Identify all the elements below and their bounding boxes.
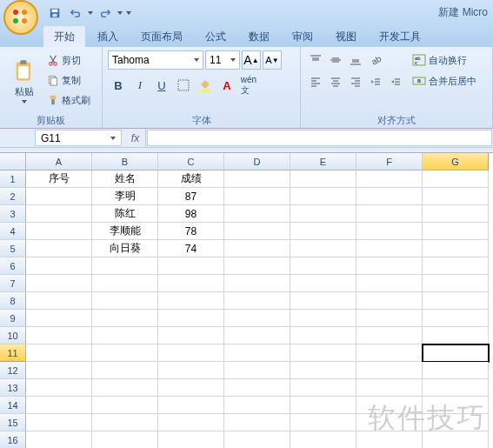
cell-C11[interactable]	[158, 344, 224, 362]
cell-D11[interactable]	[224, 344, 290, 362]
cell-E10[interactable]	[290, 327, 356, 344]
merge-center-button[interactable]: a合并后居中	[410, 71, 478, 90]
cell-D16[interactable]	[224, 431, 290, 448]
cell-C2[interactable]: 87	[158, 188, 224, 205]
cell-E1[interactable]	[290, 171, 356, 188]
align-right-button[interactable]	[346, 72, 365, 91]
cell-D13[interactable]	[224, 379, 290, 397]
row-header-13[interactable]: 13	[0, 379, 26, 397]
col-header-C[interactable]: C	[158, 153, 224, 171]
cell-C1[interactable]: 成绩	[158, 171, 224, 188]
cell-D2[interactable]	[224, 188, 290, 205]
align-left-button[interactable]	[306, 72, 325, 91]
cell-G8[interactable]	[423, 292, 489, 310]
wrap-text-button[interactable]: abc自动换行	[410, 50, 478, 70]
cell-F7[interactable]	[356, 275, 423, 292]
tab-6[interactable]: 视图	[325, 26, 367, 47]
cell-D8[interactable]	[224, 292, 290, 310]
cell-G2[interactable]	[423, 188, 489, 205]
tab-1[interactable]: 插入	[87, 26, 129, 47]
undo-dropdown-icon[interactable]	[87, 3, 94, 23]
cell-A15[interactable]	[26, 414, 92, 431]
row-header-4[interactable]: 4	[0, 223, 26, 240]
cell-C10[interactable]	[158, 327, 224, 344]
row-header-15[interactable]: 15	[0, 414, 26, 431]
cell-E6[interactable]	[290, 257, 356, 275]
cell-B1[interactable]: 姓名	[92, 171, 158, 188]
cell-E12[interactable]	[290, 362, 356, 379]
cell-D7[interactable]	[224, 275, 290, 292]
tab-3[interactable]: 公式	[195, 26, 237, 47]
cell-D1[interactable]	[224, 171, 290, 188]
row-header-7[interactable]: 7	[0, 275, 26, 292]
cell-G3[interactable]	[423, 205, 489, 223]
copy-button[interactable]: 复制	[43, 70, 94, 90]
cell-B12[interactable]	[92, 362, 158, 379]
cell-C13[interactable]	[158, 379, 224, 397]
cell-A11[interactable]	[26, 344, 92, 362]
cell-B7[interactable]	[92, 275, 158, 292]
cell-F14[interactable]	[356, 397, 423, 414]
cell-E3[interactable]	[290, 205, 356, 223]
cell-C7[interactable]	[158, 275, 224, 292]
row-header-6[interactable]: 6	[0, 257, 26, 275]
cell-G14[interactable]	[423, 397, 489, 414]
redo-icon[interactable]	[96, 3, 115, 23]
fx-icon[interactable]: fx	[125, 129, 146, 147]
row-header-3[interactable]: 3	[0, 205, 26, 223]
align-bottom-button[interactable]	[346, 50, 365, 70]
shrink-font-button[interactable]: A▼	[263, 50, 282, 70]
row-header-12[interactable]: 12	[0, 362, 26, 379]
cell-C4[interactable]: 78	[158, 223, 224, 240]
undo-icon[interactable]	[66, 3, 85, 23]
cell-E9[interactable]	[290, 310, 356, 327]
cell-G12[interactable]	[423, 362, 489, 379]
cell-C12[interactable]	[158, 362, 224, 379]
italic-button[interactable]: I	[130, 75, 150, 96]
cell-D10[interactable]	[224, 327, 290, 344]
cell-E7[interactable]	[290, 275, 356, 292]
tab-0[interactable]: 开始	[43, 26, 85, 47]
cell-B8[interactable]	[92, 292, 158, 310]
cell-C14[interactable]	[158, 397, 224, 414]
cell-B6[interactable]	[92, 257, 158, 275]
cell-C15[interactable]	[158, 414, 224, 431]
cell-E8[interactable]	[290, 292, 356, 310]
name-box[interactable]: G11	[35, 130, 122, 146]
align-top-button[interactable]	[306, 50, 325, 70]
cell-G16[interactable]	[423, 431, 489, 448]
cell-C9[interactable]	[158, 310, 224, 327]
row-header-5[interactable]: 5	[0, 240, 26, 257]
cell-G6[interactable]	[423, 257, 489, 275]
cell-B2[interactable]: 李明	[92, 188, 158, 205]
cell-E13[interactable]	[290, 379, 356, 397]
cell-D14[interactable]	[224, 397, 290, 414]
increase-indent-button[interactable]	[386, 72, 405, 91]
cell-D9[interactable]	[224, 310, 290, 327]
grow-font-button[interactable]: A▲	[242, 50, 261, 70]
row-header-1[interactable]: 1	[0, 171, 26, 188]
cell-B4[interactable]: 李顺能	[92, 223, 158, 240]
font-size-select[interactable]: 11	[205, 50, 240, 70]
qat-customize-icon[interactable]	[125, 3, 132, 23]
row-header-8[interactable]: 8	[0, 292, 26, 310]
cell-G13[interactable]	[423, 379, 489, 397]
decrease-indent-button[interactable]	[366, 72, 385, 91]
tab-7[interactable]: 开发工具	[369, 26, 431, 47]
tab-5[interactable]: 审阅	[282, 26, 323, 47]
cell-C5[interactable]: 74	[158, 240, 224, 257]
cell-D4[interactable]	[224, 223, 290, 240]
format-painter-button[interactable]: 格式刷	[43, 90, 94, 110]
orientation-button[interactable]: ab	[366, 50, 385, 70]
font-name-select[interactable]: Tahoma	[108, 50, 203, 70]
cell-C16[interactable]	[158, 431, 224, 448]
cell-E11[interactable]	[290, 344, 356, 362]
cell-D15[interactable]	[224, 414, 290, 431]
cell-A10[interactable]	[26, 327, 92, 344]
col-header-A[interactable]: A	[26, 153, 92, 171]
cell-A12[interactable]	[26, 362, 92, 379]
cell-A14[interactable]	[26, 397, 92, 414]
cell-G1[interactable]	[423, 171, 489, 188]
cell-F4[interactable]	[356, 223, 423, 240]
col-header-E[interactable]: E	[290, 153, 356, 171]
